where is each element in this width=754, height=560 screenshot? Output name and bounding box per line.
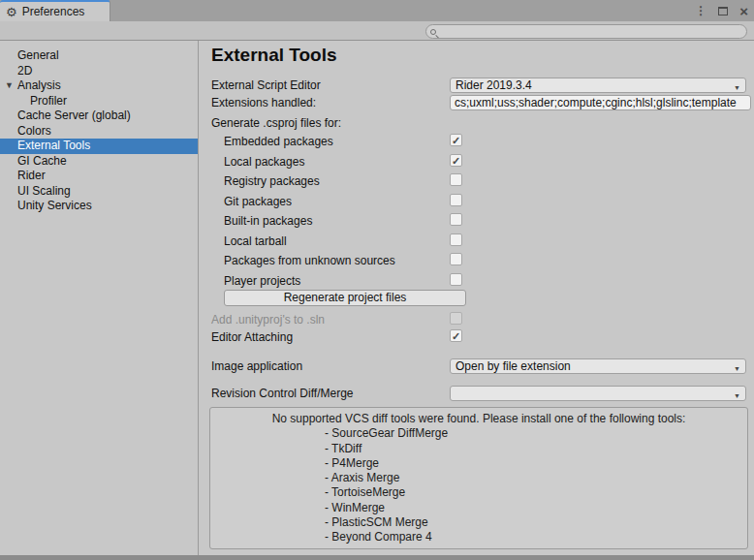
- revision-control-label: Revision Control Diff/Merge: [211, 387, 354, 400]
- csproj-option-label: Local packages: [224, 155, 304, 169]
- foldout-arrow-icon[interactable]: ▼: [5, 78, 14, 94]
- editor-attaching-checkbox[interactable]: ✓: [450, 329, 462, 342]
- csproj-option-row: Embedded packages✓: [199, 133, 754, 153]
- sidebar-item-general[interactable]: General: [0, 48, 198, 64]
- csproj-option-label: Embedded packages: [224, 135, 333, 148]
- kebab-menu-icon[interactable]: ⋮: [695, 4, 707, 17]
- vcs-tool-item: - PlasticSCM Merge: [210, 515, 747, 530]
- chevron-down-icon: ▼: [734, 389, 740, 401]
- maximize-icon[interactable]: [718, 7, 728, 16]
- script-editor-value: Rider 2019.3.4: [456, 78, 532, 92]
- chevron-down-icon: ▼: [734, 362, 740, 374]
- vcs-tools-list: - SourceGear DiffMerge- TkDiff- P4Merge-…: [210, 426, 747, 544]
- search-box[interactable]: [425, 24, 747, 39]
- vcs-tool-item: - WinMerge: [210, 501, 747, 515]
- extensions-label: Extensions handled:: [211, 96, 316, 109]
- csproj-option-row: Packages from unknown sources: [199, 252, 754, 272]
- checkbox-local-tarball[interactable]: [450, 233, 462, 246]
- csproj-option-label: Git packages: [224, 195, 292, 208]
- title-bar: ⚙ Preferences ⋮ ×: [0, 0, 754, 21]
- sidebar-item-gi-cache[interactable]: GI Cache: [0, 154, 198, 170]
- sidebar-item-label: Analysis: [17, 78, 61, 92]
- sidebar-item-colors[interactable]: Colors: [0, 124, 198, 140]
- sidebar-item-label: UI Scaling: [17, 184, 71, 198]
- script-editor-dropdown[interactable]: Rider 2019.3.4 ▼: [450, 78, 746, 93]
- sidebar-item-label: Rider: [17, 169, 46, 182]
- sidebar-item-cache-server-global[interactable]: Cache Server (global): [0, 109, 198, 124]
- sidebar-item-label: GI Cache: [17, 154, 67, 168]
- vcs-tool-item: - P4Merge: [210, 456, 747, 471]
- page-title: External Tools: [211, 45, 337, 66]
- csproj-option-row: Git packages: [199, 193, 754, 213]
- sidebar-item-label: External Tools: [17, 139, 90, 152]
- sidebar-item-unity-services[interactable]: Unity Services: [0, 199, 198, 214]
- csproj-option-label: Built-in packages: [224, 214, 312, 228]
- image-application-label: Image application: [211, 359, 302, 373]
- csproj-option-row: Built-in packages: [199, 212, 754, 233]
- script-editor-label: External Script Editor: [211, 78, 321, 92]
- search-input[interactable]: [436, 26, 746, 38]
- tab-title: Preferences: [22, 5, 85, 18]
- vcs-tool-item: - SourceGear DiffMerge: [210, 426, 747, 441]
- sidebar-item-rider[interactable]: Rider: [0, 169, 198, 184]
- vcs-tool-item: - Araxis Merge: [210, 471, 747, 485]
- sidebar-item-ui-scaling[interactable]: UI Scaling: [0, 184, 198, 200]
- image-application-dropdown[interactable]: Open by file extension ▼: [450, 358, 746, 374]
- generate-csproj-label: Generate .csproj files for:: [211, 116, 341, 130]
- vcs-tool-item: - Beyond Compare 4: [210, 530, 747, 544]
- search-icon: [430, 29, 436, 35]
- external-tools-panel: External Tools External Script Editor Ri…: [199, 41, 754, 555]
- window-bottom-edge: [0, 555, 754, 560]
- vcs-notice-heading: No supported VCS diff tools were found. …: [210, 412, 747, 426]
- csproj-option-label: Registry packages: [224, 174, 320, 188]
- sidebar-item-label: Cache Server (global): [17, 109, 131, 122]
- csproj-option-row: Local tarball: [199, 233, 754, 253]
- image-application-value: Open by file extension: [456, 359, 571, 373]
- editor-attaching-label: Editor Attaching: [211, 330, 293, 344]
- checkbox-local-packages[interactable]: ✓: [450, 154, 462, 167]
- sidebar-item-analysis[interactable]: ▼Analysis: [0, 78, 198, 94]
- csproj-option-row: Registry packages: [199, 172, 754, 193]
- search-row: [0, 21, 754, 41]
- sidebar-item-profiler[interactable]: Profiler: [0, 94, 198, 109]
- csproj-option-label: Local tarball: [224, 234, 287, 248]
- checkbox-git-packages[interactable]: [450, 194, 462, 206]
- add-unityproj-label: Add .unityproj's to .sln: [211, 313, 325, 327]
- checkbox-player-projects[interactable]: [450, 273, 462, 286]
- sidebar-item-label: Profiler: [30, 94, 67, 108]
- csproj-option-label: Packages from unknown sources: [224, 254, 395, 267]
- tab-preferences[interactable]: ⚙ Preferences: [0, 0, 110, 21]
- checkbox-registry-packages[interactable]: [450, 173, 462, 186]
- vcs-tool-item: - TkDiff: [210, 442, 747, 456]
- checkbox-embedded-packages[interactable]: ✓: [450, 134, 462, 146]
- extensions-value: cs;uxml;uss;shader;compute;cginc;hlsl;gl…: [455, 96, 737, 109]
- preferences-window: ⚙ Preferences ⋮ × General2D▼AnalysisProf…: [0, 0, 754, 560]
- close-icon[interactable]: ×: [739, 4, 748, 18]
- csproj-options-group: Embedded packages✓Local packages✓Registr…: [199, 133, 754, 292]
- extensions-input[interactable]: cs;uxml;uss;shader;compute;cginc;hlsl;gl…: [450, 95, 751, 110]
- window-controls: ⋮ ×: [695, 0, 748, 21]
- regenerate-project-files-button[interactable]: Regenerate project files: [224, 290, 466, 306]
- gear-icon: ⚙: [6, 6, 17, 18]
- vcs-tool-item: - TortoiseMerge: [210, 485, 747, 500]
- chevron-down-icon: ▼: [734, 81, 740, 93]
- sidebar-item-label: General: [17, 48, 59, 62]
- sidebar-item-external-tools[interactable]: External Tools: [0, 139, 198, 154]
- sidebar-item-2d[interactable]: 2D: [0, 64, 198, 79]
- checkbox-built-in-packages[interactable]: [450, 213, 462, 226]
- sidebar-item-label: Colors: [17, 124, 51, 138]
- csproj-option-row: Player projects: [199, 272, 754, 293]
- csproj-option-label: Player projects: [224, 274, 300, 288]
- sidebar-item-label: 2D: [17, 64, 32, 78]
- checkbox-packages-from-unknown-sources[interactable]: [450, 253, 462, 265]
- revision-control-dropdown[interactable]: ▼: [450, 386, 746, 401]
- vcs-notice-box: No supported VCS diff tools were found. …: [209, 407, 748, 549]
- csproj-option-row: Local packages✓: [199, 153, 754, 173]
- add-unityproj-checkbox: [450, 312, 462, 325]
- settings-category-list: General2D▼AnalysisProfilerCache Server (…: [0, 41, 199, 555]
- sidebar-item-label: Unity Services: [17, 199, 92, 212]
